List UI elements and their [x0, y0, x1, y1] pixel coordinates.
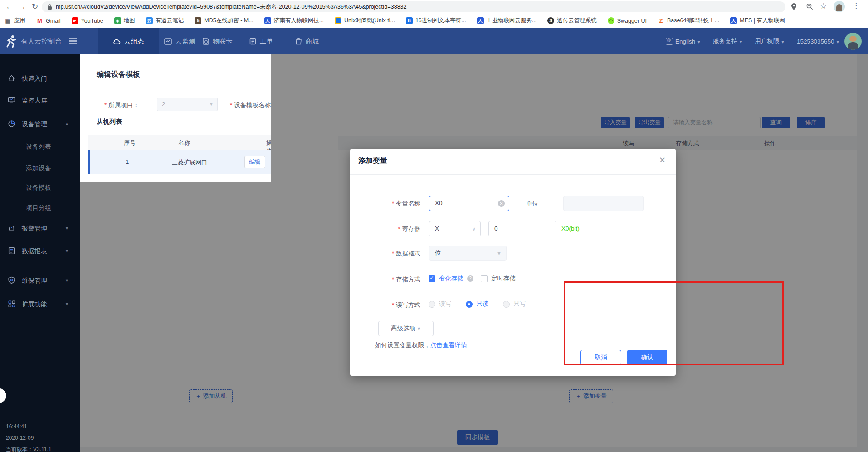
- bookmark-apps[interactable]: ▦ 应用: [5, 17, 25, 25]
- usr-person-icon: 人: [264, 17, 271, 24]
- monitor-chart-icon: [164, 38, 172, 45]
- url-text: mp.usr.cn/#/cloudV2/device/ViewAddDevice…: [56, 3, 407, 11]
- bookmark-iiot-cloud[interactable]: 人 工业物联网云服务...: [477, 17, 536, 25]
- sim-card-icon: [203, 38, 209, 45]
- bookmark-youtube[interactable]: ▶ YouTube: [72, 17, 103, 24]
- bookmark-gmail[interactable]: M Gmail: [36, 17, 61, 24]
- sidebar-item-dashboard[interactable]: 监控大屏: [0, 92, 80, 110]
- collapse-menu-icon[interactable]: [69, 38, 77, 39]
- shop-bag-icon: [295, 38, 302, 45]
- bookmark-hex-text[interactable]: B 16进制到文本字符...: [406, 17, 466, 25]
- register-address-input[interactable]: 0: [488, 221, 556, 236]
- bookmark-usr-tech[interactable]: 人 济南有人物联网技...: [264, 17, 324, 25]
- permission-dropdown[interactable]: 用户权限: [755, 37, 784, 45]
- unit-input[interactable]: [563, 196, 644, 211]
- report-icon: [8, 247, 15, 255]
- forward-icon[interactable]: →: [16, 1, 28, 13]
- col-index: 序号: [124, 139, 136, 147]
- view-details-link[interactable]: 点击查看详情: [430, 342, 467, 349]
- tab-work-order[interactable]: 工单: [245, 28, 278, 54]
- nav-right-group: English 服务支持 用户权限 15253035650: [666, 28, 839, 54]
- radio-disabled-icon: [429, 301, 435, 308]
- row-index: 1: [126, 158, 129, 165]
- big-screen-icon: [8, 96, 15, 104]
- confirm-button[interactable]: 确认: [627, 350, 667, 365]
- globe-icon: [666, 38, 673, 45]
- tab-cloud-monitor[interactable]: 云监测: [160, 28, 200, 54]
- project-select[interactable]: 2 ▼: [157, 98, 218, 111]
- rw-options: 读写 只读 只写: [429, 300, 526, 308]
- rw-option-readonly[interactable]: 只读: [476, 300, 488, 308]
- work-order-icon: [249, 38, 256, 45]
- account-dropdown[interactable]: 15253035650: [797, 38, 839, 45]
- language-dropdown[interactable]: English: [666, 38, 700, 45]
- edit-template-header: 编辑设备模板 所属项目： 2 ▼ 设备模板名称 从机列表 序号 名称 操作 1 …: [80, 54, 271, 182]
- data-format-select[interactable]: 位 ▼: [429, 246, 507, 261]
- storage-options: 变化存储 ? 定时存储: [429, 275, 516, 283]
- bookmark-base64[interactable]: Z Base64编码转换工...: [658, 17, 719, 25]
- browser-profile-avatar[interactable]: [834, 1, 845, 12]
- sidebar-item-add-device[interactable]: 添加设备: [0, 160, 80, 178]
- back-icon[interactable]: ←: [4, 1, 15, 13]
- sidebar-item-alarm-mgmt[interactable]: 报警管理 ▼: [0, 220, 80, 238]
- page-title: 编辑设备模板: [97, 70, 140, 79]
- chevron-up-icon: ▲: [65, 122, 69, 126]
- bookmark-maps[interactable]: ◈ 地图: [114, 17, 135, 25]
- radio-selected-icon[interactable]: [466, 301, 473, 308]
- edit-slave-button[interactable]: 编辑: [244, 156, 265, 168]
- storage-option-timed[interactable]: 定时存储: [491, 275, 516, 283]
- slave-table-row[interactable]: 1 三菱扩展网口 编辑: [88, 150, 271, 174]
- register-type-select[interactable]: X ∨: [429, 221, 481, 236]
- current-time: 16:44:41: [6, 422, 51, 431]
- base64-icon: Z: [658, 17, 664, 24]
- checkbox-checked-icon[interactable]: [429, 275, 435, 282]
- address-bar[interactable]: mp.usr.cn/#/cloudV2/device/ViewAddDevice…: [42, 1, 785, 12]
- usr-person-icon: 人: [730, 17, 737, 24]
- rw-option-readwrite: 读写: [439, 300, 451, 308]
- sidebar-item-project-group[interactable]: 项目分组: [0, 200, 80, 218]
- register-hint: X0(bit): [561, 225, 580, 232]
- gmail-icon: M: [36, 17, 43, 24]
- sidebar-item-device-list[interactable]: 设备列表: [0, 138, 80, 157]
- zoom-out-icon[interactable]: [806, 3, 813, 10]
- user-avatar[interactable]: [844, 33, 862, 50]
- bookmark-youdao[interactable]: 云 有道云笔记: [146, 17, 184, 25]
- add-variable-dialog: 添加变量 ✕ 变量名称 X0 ✕ 单位 寄存器 X ∨ 0 X0(bit): [350, 149, 676, 376]
- checkbox-unchecked-icon[interactable]: [481, 275, 488, 282]
- tab-iot-card[interactable]: 物联卡: [198, 28, 237, 54]
- browser-menu-icon[interactable]: ⋮: [853, 1, 860, 10]
- bookmark-swagger[interactable]: ◠ Swagger UI: [608, 17, 647, 24]
- device-pie-icon: [8, 120, 15, 128]
- hex-text-icon: B: [406, 17, 413, 24]
- md5-icon: 5: [195, 17, 201, 24]
- tab-cloud-scada[interactable]: 云组态: [98, 28, 159, 54]
- support-dropdown[interactable]: 服务支持: [713, 37, 742, 45]
- col-name: 名称: [178, 139, 190, 147]
- bookmark-unix-time[interactable]: Unix时间戳(Unix ti...: [335, 17, 395, 25]
- bookmark-passthrough[interactable]: S 透传云管理系统: [547, 17, 597, 25]
- sidebar-item-maintenance[interactable]: 维保管理 ▼: [0, 272, 80, 290]
- unit-label: 单位: [468, 200, 538, 208]
- bookmark-md5[interactable]: 5 MD5在线加密 - M...: [195, 17, 253, 25]
- location-pin-icon[interactable]: [791, 3, 797, 10]
- help-question-icon[interactable]: ?: [467, 275, 473, 282]
- sidebar-item-extensions[interactable]: 扩展功能 ▼: [0, 296, 80, 314]
- reload-icon[interactable]: ↻: [29, 1, 41, 13]
- bookmark-mes[interactable]: 人 MES | 有人物联网: [730, 17, 785, 25]
- tab-mall[interactable]: 商城: [291, 28, 323, 54]
- screen: ← → ↻ mp.usr.cn/#/cloudV2/device/ViewAdd…: [0, 0, 868, 452]
- sidebar-item-data-report[interactable]: 数据报表 ▼: [0, 243, 80, 261]
- text-cursor: [443, 199, 443, 206]
- chevron-down-icon: ▼: [497, 246, 502, 260]
- advanced-options-button[interactable]: 高级选项 ∨: [378, 321, 434, 336]
- slave-list-section-title: 从机列表: [97, 118, 122, 126]
- sidebar-item-device-mgmt[interactable]: 设备管理 ▲: [0, 116, 80, 134]
- sidebar-item-quick-start[interactable]: 快速入门: [0, 70, 80, 88]
- storage-option-change[interactable]: 变化存储: [439, 275, 463, 283]
- sidebar-item-device-template[interactable]: 设备模板: [0, 179, 80, 197]
- bookmark-star-icon[interactable]: ☆: [820, 1, 827, 11]
- chevron-down-icon: ▼: [65, 249, 69, 253]
- cancel-button[interactable]: 取消: [580, 350, 621, 365]
- app-top-nav: 有人云控制台 云组态 云监测 物联卡: [0, 28, 868, 54]
- close-icon[interactable]: ✕: [659, 155, 666, 165]
